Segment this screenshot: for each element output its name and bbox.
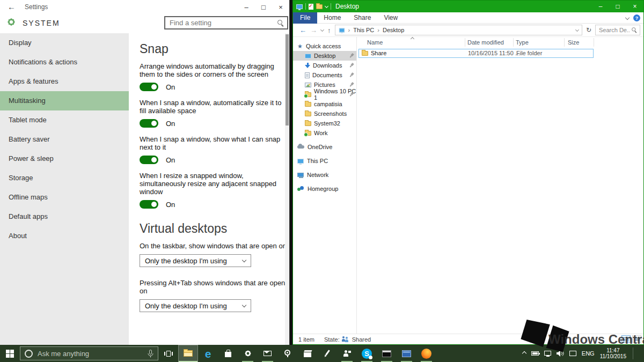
synced-folder-icon: [305, 131, 311, 136]
settings-scrollbar[interactable]: [285, 33, 289, 345]
nav-item-homegroup[interactable]: Homegroup: [293, 184, 356, 194]
sidebar-item-battery-saver[interactable]: Battery saver: [0, 130, 129, 149]
snap-assist-toggle[interactable]: [140, 156, 158, 164]
snap-resize-toggle[interactable]: [140, 200, 158, 209]
start-button[interactable]: [0, 345, 19, 362]
taskbar-skype-button[interactable]: S: [357, 345, 377, 362]
minimize-button[interactable]: –: [238, 0, 255, 14]
show-desktop-button[interactable]: [639, 345, 641, 362]
pin-icon: [348, 81, 355, 88]
sidebar-item-power-sleep[interactable]: Power & sleep: [0, 149, 129, 168]
tab-file[interactable]: File: [293, 12, 317, 24]
microphone-icon[interactable]: [148, 350, 153, 358]
expand-ribbon-chevron-icon[interactable]: [625, 15, 630, 19]
nav-label: Desktop: [314, 53, 335, 59]
nav-item-desktop[interactable]: Desktop: [293, 51, 356, 61]
back-icon[interactable]: ←: [299, 27, 306, 34]
maximize-button[interactable]: □: [255, 0, 272, 14]
close-button[interactable]: ×: [272, 0, 289, 14]
snap-toggle-label: When I snap a window, automatically size…: [140, 99, 287, 115]
nav-item-work[interactable]: Work: [293, 128, 356, 138]
taskbar-file-explorer-button[interactable]: [178, 345, 198, 362]
taskbar-settings-button[interactable]: [238, 345, 258, 362]
column-divider[interactable]: [594, 38, 594, 47]
toggle-state-label: On: [166, 201, 175, 209]
maximize-button[interactable]: □: [609, 1, 626, 12]
taskbar-people-button[interactable]: [337, 345, 357, 362]
close-button[interactable]: ×: [626, 1, 643, 12]
settings-search-input[interactable]: [170, 19, 277, 27]
snap-autosize-toggle[interactable]: [140, 119, 158, 128]
taskbar-office-button[interactable]: [317, 345, 337, 362]
taskbar-movies-tv-button[interactable]: [297, 345, 317, 362]
sidebar-item-offline-maps[interactable]: Offline maps: [0, 188, 129, 207]
sidebar-item-multitasking[interactable]: Multitasking: [0, 91, 129, 110]
sidebar-item-default-apps[interactable]: Default apps: [0, 207, 129, 226]
nav-item-quick-access[interactable]: ★ Quick access: [293, 41, 356, 51]
breadcrumb-this-pc[interactable]: This PC: [353, 27, 374, 33]
alt-tab-windows-dropdown[interactable]: Only the desktop I'm using: [140, 299, 251, 312]
taskbar-app-window-button[interactable]: [397, 345, 416, 362]
taskbar-mail-button[interactable]: [258, 345, 277, 362]
breadcrumb-desktop[interactable]: Desktop: [383, 27, 404, 33]
sidebar-item-tablet-mode[interactable]: Tablet mode: [0, 110, 129, 130]
nav-item-campatisia[interactable]: campatisia: [293, 99, 356, 109]
column-header-type[interactable]: Type: [516, 39, 529, 46]
taskbar-store-button[interactable]: [218, 345, 238, 362]
skype-icon: S: [362, 349, 372, 359]
taskbar-firefox-button[interactable]: [416, 345, 436, 362]
settings-search-box[interactable]: [164, 16, 288, 29]
file-row-share[interactable]: Share 10/16/2015 11:50 ... File folder: [358, 49, 594, 58]
synced-folder-icon: [305, 92, 311, 97]
clock-date: 11/10/2015: [600, 353, 626, 359]
column-header-name[interactable]: Name: [367, 39, 383, 46]
sidebar-item-notifications[interactable]: Notifications & actions: [0, 53, 129, 72]
scrollbar-thumb[interactable]: [286, 34, 289, 125]
address-dropdown-chevron-icon[interactable]: [575, 27, 579, 31]
nav-item-screenshots[interactable]: Screenshots: [293, 109, 356, 119]
task-view-button[interactable]: [158, 345, 178, 362]
nav-item-windows-10-pc[interactable]: Windows 10 PC 1: [293, 90, 356, 99]
explorer-search-input[interactable]: [599, 27, 630, 33]
sidebar-item-apps-features[interactable]: Apps & features: [0, 72, 129, 91]
refresh-icon[interactable]: ↻: [586, 26, 591, 34]
clock[interactable]: 11:47 11/10/2015: [600, 348, 626, 359]
cortana-search-box[interactable]: [20, 346, 158, 360]
taskbar-maps-button[interactable]: [277, 345, 297, 362]
taskbar-search-input[interactable]: [38, 350, 143, 358]
new-folder-icon[interactable]: [316, 4, 323, 9]
recent-locations-chevron-icon[interactable]: [320, 27, 324, 31]
minimize-button[interactable]: –: [592, 1, 609, 12]
taskbar-command-prompt-button[interactable]: [377, 345, 397, 362]
sidebar-item-about[interactable]: About: [0, 226, 129, 246]
tab-share[interactable]: Share: [347, 13, 377, 23]
this-pc-icon[interactable]: [296, 4, 303, 9]
column-header-size[interactable]: Size: [568, 39, 579, 46]
sidebar-item-storage[interactable]: Storage: [0, 168, 129, 188]
nav-item-network[interactable]: Network: [293, 170, 356, 180]
nav-item-downloads[interactable]: Downloads: [293, 61, 356, 70]
explorer-search-box[interactable]: [595, 25, 640, 35]
taskbar-edge-button[interactable]: e: [198, 345, 218, 362]
column-header-date-modified[interactable]: Date modified: [467, 39, 504, 46]
forward-icon[interactable]: →: [310, 27, 317, 34]
customize-toolbar-chevron-icon[interactable]: [325, 4, 328, 8]
column-divider[interactable]: [465, 38, 465, 47]
people-icon: [343, 350, 351, 357]
tab-home[interactable]: Home: [317, 13, 347, 23]
snap-arrange-toggle[interactable]: [140, 83, 158, 91]
nav-item-documents[interactable]: Documents: [293, 70, 356, 80]
column-divider[interactable]: [513, 38, 514, 47]
help-icon[interactable]: ?: [633, 14, 640, 21]
nav-item-onedrive[interactable]: OneDrive: [293, 142, 356, 152]
column-divider[interactable]: [564, 38, 565, 47]
properties-icon[interactable]: ✓: [309, 4, 313, 10]
taskbar-windows-dropdown[interactable]: Only the desktop I'm using: [140, 254, 251, 267]
tab-view[interactable]: View: [377, 13, 404, 23]
back-icon[interactable]: ←: [8, 2, 16, 11]
sidebar-item-display[interactable]: Display: [0, 33, 129, 53]
breadcrumb[interactable]: › This PC › Desktop: [335, 25, 582, 35]
nav-item-this-pc[interactable]: This PC: [293, 156, 356, 166]
up-icon[interactable]: ↑: [327, 27, 331, 34]
nav-item-system32[interactable]: System32: [293, 119, 356, 128]
